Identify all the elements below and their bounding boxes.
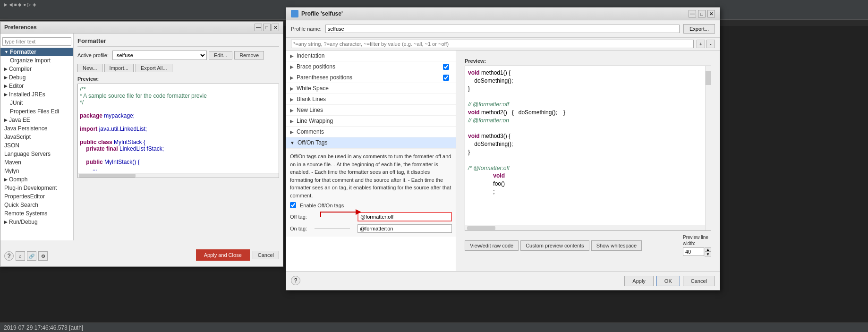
active-profile-select[interactable]: selfuse — [112, 51, 207, 60]
preferences-close-button[interactable]: ✕ — [272, 24, 279, 31]
sidebar-item-formatter[interactable]: ▼ Formatter — [0, 48, 73, 56]
profile-dialog-close[interactable]: ✕ — [707, 10, 715, 17]
remove-profile-button[interactable]: Remove — [234, 51, 264, 60]
export-button[interactable]: Export... — [683, 24, 715, 34]
chevron-down-icon: ▼ — [4, 50, 9, 54]
profile-apply-button[interactable]: Apply — [624, 276, 654, 286]
chevron-right-icon: ▶ — [4, 220, 8, 224]
tree-item-brace-positions[interactable]: ▶ Brace positions — [286, 61, 456, 72]
custom-preview-contents-button[interactable]: Custom preview contents — [520, 240, 589, 251]
brace-positions-checkbox[interactable] — [443, 64, 449, 70]
chevron-right-icon: ▶ — [4, 177, 8, 182]
settings-icon[interactable]: ⚙ — [38, 251, 48, 261]
code-line — [468, 93, 708, 101]
on-tag-input[interactable] — [357, 224, 452, 233]
preferences-preview-box: /** * A sample source file for the code … — [77, 84, 279, 178]
code-line: // @formatter:off — [468, 101, 708, 109]
sidebar-item-maven[interactable]: Maven — [0, 158, 73, 167]
tree-item-comments[interactable]: ▶ Comments — [286, 127, 456, 137]
preview-horizontal-scrollbar[interactable] — [78, 173, 279, 178]
scrollbar-thumb — [79, 174, 136, 178]
chevron-down-icon: ▼ — [290, 140, 295, 145]
sidebar-item-quick-search[interactable]: Quick Search — [0, 201, 73, 209]
preferences-minimize-button[interactable]: — — [255, 24, 262, 31]
tree-item-white-space[interactable]: ▶ White Space — [286, 83, 456, 94]
line-width-decrement-button[interactable]: ▼ — [705, 252, 711, 256]
code-line: } — [468, 148, 708, 156]
sidebar-item-junit[interactable]: JUnit — [0, 99, 73, 107]
edit-profile-button[interactable]: Edit... — [209, 51, 232, 60]
sidebar-item-properties-editor[interactable]: PropertiesEditor — [0, 192, 73, 201]
sidebar-item-oomph[interactable]: ▶ Oomph — [0, 175, 73, 184]
code-vertical-scrollbar[interactable] — [705, 66, 711, 230]
sidebar-item-installed-jres[interactable]: ▶ Installed JREs — [0, 90, 73, 99]
profile-cancel-button[interactable]: Cancel — [683, 276, 715, 286]
active-profile-label: Active profile: — [77, 52, 109, 58]
preferences-cancel-button[interactable]: Cancel — [253, 251, 279, 259]
dialog-controls: — □ ✕ — [689, 10, 715, 17]
sidebar-item-java-ee[interactable]: ▶ Java EE — [0, 116, 73, 124]
code-line — [468, 156, 708, 164]
preferences-search-input[interactable] — [2, 37, 71, 46]
enable-offon-checkbox[interactable] — [290, 202, 296, 208]
sidebar-item-organize-import[interactable]: Organize Import — [0, 56, 73, 65]
tree-item-new-lines[interactable]: ▶ New Lines — [286, 105, 456, 116]
show-whitespace-button[interactable]: Show whitespace — [591, 240, 642, 251]
profile-name-input[interactable] — [325, 25, 680, 33]
sidebar-item-mylyn[interactable]: Mylyn — [0, 167, 73, 175]
preview-code-comment: * A sample source file for the code form… — [80, 93, 277, 99]
filter-collapse-icon[interactable]: - — [706, 40, 715, 48]
tree-item-line-wrapping[interactable]: ▶ Line Wrapping — [286, 116, 456, 127]
import-profile-button[interactable]: Import... — [104, 64, 134, 72]
sidebar-item-compiler[interactable]: ▶ Compiler — [0, 65, 73, 73]
export-all-profiles-button[interactable]: Export All... — [136, 64, 172, 72]
help-button[interactable]: ? — [4, 251, 14, 261]
sidebar-item-properties-files[interactable]: Properties Files Edi — [0, 107, 73, 116]
preferences-sidebar: ▼ Formatter Organize Import ▶ Compiler ▶… — [0, 34, 74, 240]
sidebar-item-java-persistence[interactable]: Java Persistence — [0, 124, 73, 133]
line-width-increment-button[interactable]: ▲ — [705, 247, 711, 252]
code-line — [468, 125, 708, 133]
profile-ok-button[interactable]: OK — [656, 276, 680, 286]
filter-expand-icon[interactable]: + — [697, 40, 705, 48]
link-icon[interactable]: 🔗 — [27, 251, 36, 261]
profile-dialog-minimize[interactable]: — — [689, 10, 696, 17]
code-line: doSomething(); — [468, 140, 708, 148]
preferences-maximize-button[interactable]: □ — [263, 24, 271, 31]
preview-code-comment: */ — [80, 99, 277, 106]
tree-item-indentation[interactable]: ▶ Indentation — [286, 51, 456, 61]
toolbar-icons: ▶ ◀ ■ ◆ ● ▷ ◈ — [4, 2, 36, 7]
preferences-title-text: Preferences — [4, 24, 37, 31]
code-line: doSomething(); — [468, 77, 708, 85]
off-tag-input[interactable] — [357, 212, 452, 221]
sidebar-item-run-debug[interactable]: ▶ Run/Debug — [0, 218, 73, 226]
preferences-dialog: Preferences — □ ✕ ▼ Formatter Organize I… — [0, 21, 283, 267]
parentheses-positions-checkbox[interactable] — [443, 75, 449, 81]
sidebar-item-editor[interactable]: ▶ Editor — [0, 82, 73, 90]
sidebar-item-json[interactable]: JSON — [0, 141, 73, 150]
preferences-bottom-bar: ? ⌂ 🔗 ⚙ Apply and Close Cancel — [0, 243, 283, 266]
home-icon[interactable]: ⌂ — [16, 251, 25, 261]
code-line: } — [468, 85, 708, 93]
apply-and-close-button[interactable]: Apply and Close — [196, 249, 250, 261]
sidebar-item-plugin-development[interactable]: Plug-in Development — [0, 184, 73, 192]
settings-tree: ▶ Indentation ▶ Brace positions ▶ Parent… — [286, 51, 456, 272]
view-edit-raw-code-button[interactable]: View/edit raw code — [465, 240, 519, 251]
sidebar-item-remote-systems[interactable]: Remote Systems — [0, 209, 73, 218]
preview-code-line: ... — [80, 165, 277, 172]
line-width-input-row: ▲ ▼ — [683, 247, 711, 256]
sidebar-item-debug[interactable]: ▶ Debug — [0, 73, 73, 82]
profile-dialog-maximize[interactable]: □ — [698, 10, 706, 17]
code-horizontal-scrollbar[interactable] — [465, 225, 705, 230]
sidebar-item-javascript[interactable]: JavaScript — [0, 133, 73, 141]
profile-help-button[interactable]: ? — [291, 276, 300, 285]
line-width-input[interactable] — [683, 247, 704, 256]
filter-input[interactable] — [291, 40, 694, 48]
tree-item-parentheses-positions[interactable]: ▶ Parentheses positions — [286, 72, 456, 83]
new-profile-button[interactable]: New... — [77, 64, 102, 72]
profile-preview-panel: Preview: void method1() { doSomething();… — [456, 51, 720, 272]
sidebar-item-language-servers[interactable]: Language Servers — [0, 150, 73, 158]
profile-buttons-row: New... Import... Export All... — [77, 64, 279, 72]
tree-item-offon-tags[interactable]: ▼ Off/On Tags — [286, 137, 456, 148]
tree-item-blank-lines[interactable]: ▶ Blank Lines — [286, 94, 456, 105]
